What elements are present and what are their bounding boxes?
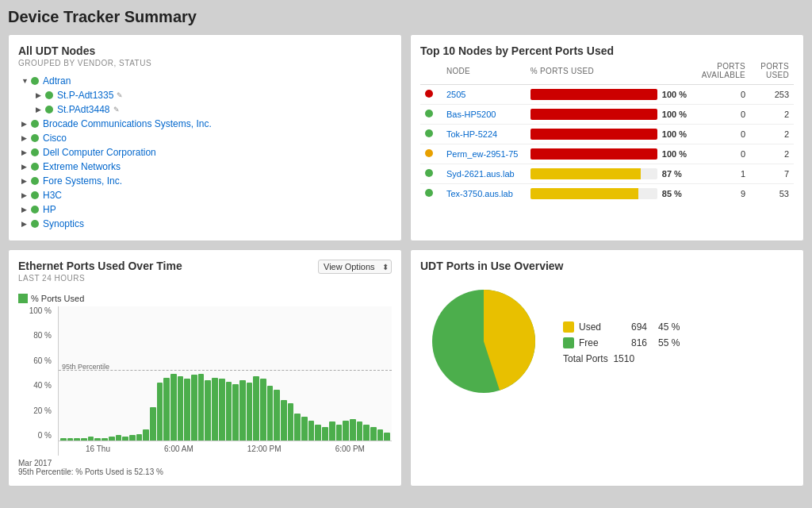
chart-bar xyxy=(288,403,294,441)
y-axis-label: 0 % xyxy=(38,431,52,440)
chart-bar xyxy=(129,435,136,441)
table-row: Bas-HP5200 100 % 0 2 xyxy=(420,105,794,125)
chart-footer: Mar 2017 95th Percentile: % Ports Used i… xyxy=(18,459,392,476)
table-row: Perm_ew-2951-75 100 % 0 2 xyxy=(420,144,794,164)
tree-item[interactable]: ▶ Extreme Networks xyxy=(18,160,392,174)
vendor-dot xyxy=(31,134,39,142)
row-name[interactable]: Perm_ew-2951-75 xyxy=(442,144,526,164)
vendor-label: HP xyxy=(43,204,56,215)
chart-bar xyxy=(343,421,349,441)
status-indicator xyxy=(425,129,433,137)
legend-green-dot xyxy=(18,294,28,303)
used-color-dot xyxy=(563,321,574,333)
expand-arrow: ▼ xyxy=(21,77,31,85)
vendor-label: H3C xyxy=(43,190,62,201)
expand-arrow: ▶ xyxy=(21,177,31,185)
vendor-label: Fore Systems, Inc. xyxy=(43,175,122,187)
tree-item[interactable]: ▶ Cisco xyxy=(18,131,392,145)
vendor-dot xyxy=(31,120,39,128)
x-axis-label: 6:00 PM xyxy=(335,444,365,453)
chart-bar xyxy=(274,390,280,441)
chart-bar xyxy=(239,380,246,441)
y-axis-label: 40 % xyxy=(33,381,52,390)
chart-bar xyxy=(88,437,94,441)
chart-bar xyxy=(336,425,343,441)
status-indicator xyxy=(425,110,433,117)
row-bar: 100 % xyxy=(526,85,697,105)
x-axis: 16 Thu6:00 AM12:00 PM6:00 PM xyxy=(58,441,392,456)
tree-item[interactable]: ▶ Dell Computer Corporation xyxy=(18,145,392,160)
udt-nodes-title: All UDT Nodes xyxy=(18,44,392,57)
row-name[interactable]: Tok-HP-5224 xyxy=(442,125,526,144)
y-axis-label: 100 % xyxy=(29,306,52,315)
row-name[interactable]: Tex-3750.aus.lab xyxy=(442,184,526,204)
ethernet-chart-subtitle: LAST 24 HOURS xyxy=(18,274,182,283)
chart-bar xyxy=(308,421,315,441)
free-color-dot xyxy=(563,337,574,348)
x-axis-label: 6:00 AM xyxy=(164,444,193,453)
chart-bar xyxy=(294,414,301,441)
chart-bar xyxy=(370,427,377,441)
tree-item[interactable]: ▶ H3C xyxy=(18,188,392,202)
row-name[interactable]: Bas-HP5200 xyxy=(442,105,526,125)
pie-legend-free: Free 816 55 % xyxy=(563,337,680,348)
ethernet-chart-card: Ethernet Ports Used Over Time LAST 24 HO… xyxy=(8,249,402,487)
node-label: St.P-Adt1335 xyxy=(57,90,113,101)
vendor-dot xyxy=(31,77,39,85)
y-axis-label: 60 % xyxy=(33,356,52,365)
chart-bar xyxy=(184,379,190,441)
chart-bar xyxy=(81,438,87,441)
col-available: PORTS AVAILABLE xyxy=(697,59,750,85)
chart-bar xyxy=(116,435,122,441)
chart-bar xyxy=(150,407,156,441)
y-axis: 100 %80 %60 %40 %20 %0 % xyxy=(18,306,55,440)
pie-total: Total Ports 1510 xyxy=(563,353,680,364)
tree-item[interactable]: ▶ Brocade Communications Systems, Inc. xyxy=(18,117,392,131)
vendor-label: Extreme Networks xyxy=(43,161,121,172)
chart-bar xyxy=(377,429,384,441)
chart-container: 100 %80 %60 %40 %20 %0 % 95th Percentile… xyxy=(58,306,392,456)
tree-child-item[interactable]: ▶ St.PAdt3448 ✎ xyxy=(18,102,392,117)
view-options-select[interactable]: View Options xyxy=(318,260,392,274)
row-name[interactable]: Syd-2621.aus.lab xyxy=(442,164,526,184)
chart-bar xyxy=(315,425,321,441)
vendor-label: Brocade Communications Systems, Inc. xyxy=(43,118,212,129)
chart-bar xyxy=(226,382,232,441)
vendor-dot xyxy=(31,148,39,156)
row-name[interactable]: 2505 xyxy=(442,85,526,105)
expand-arrow: ▶ xyxy=(21,191,31,199)
vendor-label: Cisco xyxy=(43,133,67,144)
status-indicator xyxy=(425,149,433,157)
tree-item[interactable]: ▶ HP xyxy=(18,202,392,217)
chart-header: Ethernet Ports Used Over Time LAST 24 HO… xyxy=(18,260,392,289)
chart-bar xyxy=(163,378,170,441)
x-axis-label: 16 Thu xyxy=(86,444,110,453)
row-bar: 87 % xyxy=(526,164,697,184)
tree-child-item[interactable]: ▶ St.P-Adt1335 ✎ xyxy=(18,88,392,102)
chart-bar xyxy=(191,375,197,441)
chart-bar xyxy=(67,438,74,441)
chart-bar xyxy=(170,374,177,441)
chart-percentile-text: 95th Percentile: % Ports Used is 52.13 % xyxy=(18,468,163,476)
pie-legend-used: Used 694 45 % xyxy=(563,321,680,333)
expand-arrow: ▶ xyxy=(21,163,31,171)
chart-bar xyxy=(322,427,328,441)
udt-overview-card: UDT Ports in Use Overview Used xyxy=(410,249,804,487)
tree-item[interactable]: ▶ Fore Systems, Inc. xyxy=(18,174,392,188)
table-row: Syd-2621.aus.lab 87 % 1 7 xyxy=(420,164,794,184)
tree-item[interactable]: ▶ Synoptics xyxy=(18,217,392,231)
chart-bar xyxy=(198,374,205,441)
tree-item[interactable]: ▼ Adtran xyxy=(18,74,392,88)
view-options-wrapper[interactable]: View Options xyxy=(318,260,392,274)
expand-arrow: ▶ xyxy=(36,106,45,114)
row-available: 0 xyxy=(697,125,750,144)
row-available: 0 xyxy=(697,105,750,125)
bar-chart-bars xyxy=(59,306,392,441)
row-bar: 100 % xyxy=(526,105,697,125)
chart-legend: % Ports Used xyxy=(18,294,392,303)
node-dot xyxy=(45,106,53,114)
top10-title: Top 10 Nodes by Percent Ports Used xyxy=(420,44,794,57)
row-bar: 100 % xyxy=(526,144,697,164)
udt-overview-title: UDT Ports in Use Overview xyxy=(420,260,794,272)
row-used: 253 xyxy=(750,85,794,105)
